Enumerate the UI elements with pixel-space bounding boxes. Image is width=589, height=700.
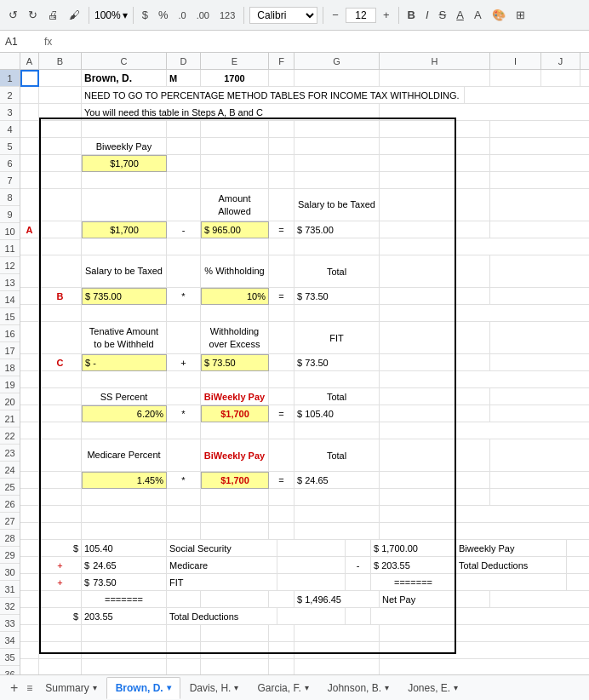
row-header-14[interactable]: 14: [0, 291, 20, 308]
cell-A25[interactable]: [20, 540, 39, 557]
cell-A24[interactable]: [20, 523, 39, 540]
cell-H7[interactable]: [380, 172, 490, 189]
cell-H12[interactable]: [380, 288, 490, 305]
cell-C2-span[interactable]: NEED TO GO TO PERCENTAGE METHOD TABLES F…: [82, 87, 465, 104]
cell-B30[interactable]: [39, 625, 82, 642]
cell-G14[interactable]: FIT: [294, 322, 380, 353]
cell-D23[interactable]: [167, 506, 201, 523]
cell-B3[interactable]: [39, 104, 82, 121]
cell-A2[interactable]: [20, 87, 39, 104]
cell-B15-label[interactable]: C: [39, 354, 82, 371]
cell-C4[interactable]: [82, 121, 167, 138]
cell-E26[interactable]: [277, 557, 346, 574]
cell-F15[interactable]: [269, 354, 294, 371]
cell-B24[interactable]: [39, 523, 82, 540]
cell-G19[interactable]: [294, 422, 380, 439]
cell-B26[interactable]: +: [39, 557, 82, 574]
cell-G20[interactable]: Total: [294, 439, 380, 471]
format123-button[interactable]: 123: [216, 9, 238, 22]
cell-F8[interactable]: [269, 189, 294, 221]
col-header-e[interactable]: E: [201, 53, 269, 69]
row-header-7[interactable]: 7: [0, 172, 20, 189]
tab-garcia-f[interactable]: Garcia, F. ▾: [248, 677, 317, 699]
tab-summary-arrow[interactable]: ▾: [93, 683, 97, 692]
add-sheet-button[interactable]: +: [5, 680, 23, 696]
cell-B21[interactable]: [39, 472, 82, 489]
cell-E28[interactable]: [201, 591, 269, 608]
cell-H1[interactable]: [380, 70, 490, 87]
cell-G22[interactable]: [294, 489, 380, 506]
row-header-18[interactable]: 18: [0, 359, 20, 376]
strikethrough-button[interactable]: S: [436, 7, 450, 23]
cell-E9[interactable]: $ 965.00: [201, 221, 269, 238]
underline-button[interactable]: A: [453, 7, 467, 23]
cell-H27[interactable]: [456, 574, 567, 591]
cell-C16[interactable]: [82, 371, 167, 388]
cell-G8[interactable]: Salary to be Taxed: [294, 189, 380, 221]
col-header-f[interactable]: F: [269, 53, 294, 69]
cell-H25[interactable]: Biweekly Pay: [456, 540, 567, 557]
cell-G10[interactable]: [294, 238, 380, 255]
cell-A18[interactable]: [20, 405, 39, 422]
cell-G24[interactable]: [294, 523, 380, 540]
row-header-6[interactable]: 6: [0, 155, 20, 172]
zoom-dropdown-icon[interactable]: ▾: [123, 9, 128, 21]
cell-E22[interactable]: [201, 489, 269, 506]
cell-D16[interactable]: [167, 371, 201, 388]
cell-B7[interactable]: [39, 172, 82, 189]
cell-H14[interactable]: [380, 322, 490, 353]
cell-B17[interactable]: [39, 388, 82, 405]
cell-H4[interactable]: [380, 121, 490, 138]
row-header-25[interactable]: 25: [0, 479, 20, 496]
tab-johnson-b-arrow[interactable]: ▾: [385, 683, 389, 692]
cell-D13[interactable]: [167, 305, 201, 322]
row-header-32[interactable]: 32: [0, 598, 20, 615]
cell-G29[interactable]: [371, 608, 456, 625]
cell-C7[interactable]: [82, 172, 167, 189]
cell-C30[interactable]: [82, 625, 167, 642]
cell-B9[interactable]: [39, 221, 82, 238]
row-header-27[interactable]: 27: [0, 513, 20, 530]
cell-D24[interactable]: [167, 523, 201, 540]
cell-F22[interactable]: [269, 489, 294, 506]
row-header-8[interactable]: 8: [0, 189, 20, 206]
cell-G6[interactable]: [294, 155, 380, 172]
cell-H22[interactable]: [380, 489, 490, 506]
cell-B10[interactable]: [39, 238, 82, 255]
cell-E6[interactable]: [201, 155, 269, 172]
borders-button[interactable]: ⊞: [512, 7, 529, 23]
font-size-input[interactable]: [346, 8, 376, 23]
cell-F19[interactable]: [269, 422, 294, 439]
cell-B1[interactable]: [39, 70, 82, 87]
tab-davis-h[interactable]: Davis, H. ▾: [180, 677, 249, 699]
row-header-24[interactable]: 24: [0, 462, 20, 479]
col-header-g[interactable]: G: [294, 53, 380, 69]
col-header-h[interactable]: H: [380, 53, 490, 69]
cell-E25[interactable]: [277, 540, 346, 557]
cell-H8[interactable]: [380, 189, 490, 221]
cell-F11[interactable]: [269, 255, 294, 287]
cell-G21[interactable]: $ 24.65: [294, 472, 380, 489]
font-family-select[interactable]: Calibri: [249, 7, 317, 24]
row-header-35[interactable]: 35: [0, 649, 20, 666]
row-header-33[interactable]: 33: [0, 615, 20, 632]
cell-F26[interactable]: -: [346, 557, 371, 574]
cell-F25[interactable]: [346, 540, 371, 557]
cell-E7[interactable]: [201, 172, 269, 189]
cell-D14[interactable]: [167, 322, 201, 353]
cell-B22[interactable]: [39, 489, 82, 506]
cell-F4[interactable]: [269, 121, 294, 138]
cell-F9[interactable]: =: [269, 221, 294, 238]
row-header-2[interactable]: 2: [0, 87, 20, 104]
cell-B14[interactable]: [39, 322, 82, 353]
cell-D8[interactable]: [167, 189, 201, 221]
print-button[interactable]: 🖨: [44, 7, 62, 23]
cell-G11[interactable]: Total: [294, 255, 380, 287]
cell-F21[interactable]: =: [269, 472, 294, 489]
cell-C29[interactable]: 203.55: [82, 608, 167, 625]
highlight-button[interactable]: 🎨: [489, 7, 509, 23]
cell-C26[interactable]: $24.65: [82, 557, 167, 574]
cell-C25[interactable]: 105.40: [82, 540, 167, 557]
cell-G12[interactable]: $ 73.50: [294, 288, 380, 305]
cell-C21[interactable]: 1.45%: [82, 472, 167, 489]
